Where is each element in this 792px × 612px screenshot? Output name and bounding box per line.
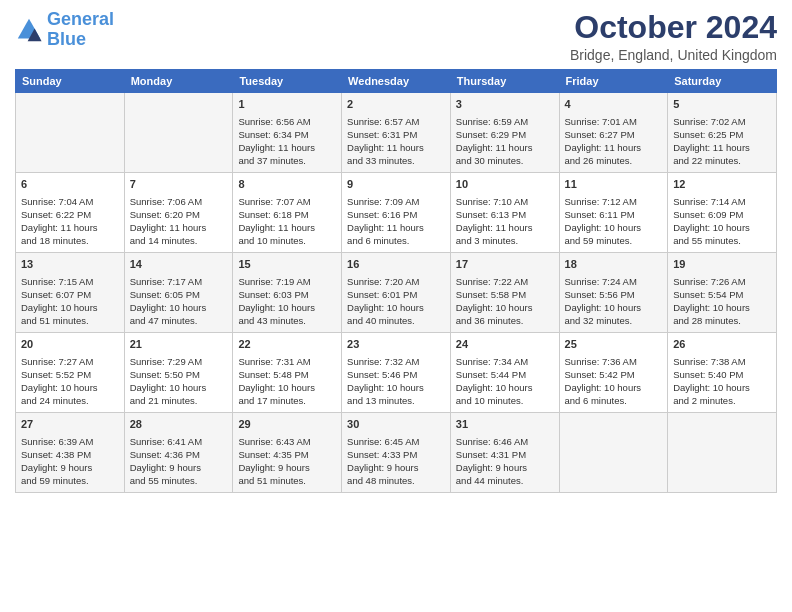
day-number: 14 bbox=[130, 257, 228, 272]
day-number: 16 bbox=[347, 257, 445, 272]
day-info: Sunrise: 6:41 AM bbox=[130, 435, 228, 448]
day-info: Sunset: 4:33 PM bbox=[347, 448, 445, 461]
title-block: October 2024 Bridge, England, United Kin… bbox=[570, 10, 777, 63]
day-info: and 33 minutes. bbox=[347, 154, 445, 167]
calendar-cell: 7Sunrise: 7:06 AMSunset: 6:20 PMDaylight… bbox=[124, 173, 233, 253]
calendar-cell: 4Sunrise: 7:01 AMSunset: 6:27 PMDaylight… bbox=[559, 93, 668, 173]
day-info: Daylight: 10 hours bbox=[130, 301, 228, 314]
day-info: Sunset: 5:50 PM bbox=[130, 368, 228, 381]
calendar-cell: 20Sunrise: 7:27 AMSunset: 5:52 PMDayligh… bbox=[16, 333, 125, 413]
day-info: Daylight: 10 hours bbox=[238, 301, 336, 314]
calendar-cell: 26Sunrise: 7:38 AMSunset: 5:40 PMDayligh… bbox=[668, 333, 777, 413]
day-info: Sunrise: 7:09 AM bbox=[347, 195, 445, 208]
day-number: 1 bbox=[238, 97, 336, 112]
day-info: Sunrise: 7:02 AM bbox=[673, 115, 771, 128]
calendar-week-1: 1Sunrise: 6:56 AMSunset: 6:34 PMDaylight… bbox=[16, 93, 777, 173]
calendar-week-2: 6Sunrise: 7:04 AMSunset: 6:22 PMDaylight… bbox=[16, 173, 777, 253]
day-info: and 10 minutes. bbox=[238, 234, 336, 247]
day-info: Sunrise: 7:24 AM bbox=[565, 275, 663, 288]
day-number: 6 bbox=[21, 177, 119, 192]
calendar-cell: 22Sunrise: 7:31 AMSunset: 5:48 PMDayligh… bbox=[233, 333, 342, 413]
day-info: Sunrise: 7:31 AM bbox=[238, 355, 336, 368]
calendar-cell: 25Sunrise: 7:36 AMSunset: 5:42 PMDayligh… bbox=[559, 333, 668, 413]
calendar-week-4: 20Sunrise: 7:27 AMSunset: 5:52 PMDayligh… bbox=[16, 333, 777, 413]
day-info: Sunrise: 7:22 AM bbox=[456, 275, 554, 288]
day-number: 26 bbox=[673, 337, 771, 352]
day-info: Daylight: 9 hours bbox=[238, 461, 336, 474]
day-info: Sunset: 4:31 PM bbox=[456, 448, 554, 461]
calendar-header: Sunday Monday Tuesday Wednesday Thursday… bbox=[16, 70, 777, 93]
day-number: 4 bbox=[565, 97, 663, 112]
day-info: Sunrise: 6:39 AM bbox=[21, 435, 119, 448]
day-info: Sunrise: 7:12 AM bbox=[565, 195, 663, 208]
day-number: 8 bbox=[238, 177, 336, 192]
day-info: Daylight: 10 hours bbox=[21, 301, 119, 314]
day-number: 29 bbox=[238, 417, 336, 432]
day-number: 3 bbox=[456, 97, 554, 112]
calendar-cell: 29Sunrise: 6:43 AMSunset: 4:35 PMDayligh… bbox=[233, 413, 342, 493]
logo-icon bbox=[15, 16, 43, 44]
day-number: 2 bbox=[347, 97, 445, 112]
day-info: Sunset: 6:27 PM bbox=[565, 128, 663, 141]
day-info: Sunrise: 7:27 AM bbox=[21, 355, 119, 368]
calendar-cell: 13Sunrise: 7:15 AMSunset: 6:07 PMDayligh… bbox=[16, 253, 125, 333]
day-info: Sunset: 5:56 PM bbox=[565, 288, 663, 301]
day-info: Sunrise: 6:43 AM bbox=[238, 435, 336, 448]
day-info: Daylight: 10 hours bbox=[673, 221, 771, 234]
logo: General Blue bbox=[15, 10, 114, 50]
day-info: Sunrise: 7:10 AM bbox=[456, 195, 554, 208]
day-number: 7 bbox=[130, 177, 228, 192]
day-info: Daylight: 11 hours bbox=[456, 141, 554, 154]
calendar-cell: 2Sunrise: 6:57 AMSunset: 6:31 PMDaylight… bbox=[342, 93, 451, 173]
day-info: Sunrise: 7:26 AM bbox=[673, 275, 771, 288]
day-info: Daylight: 10 hours bbox=[456, 301, 554, 314]
day-info: Sunset: 5:54 PM bbox=[673, 288, 771, 301]
day-info: and 59 minutes. bbox=[21, 474, 119, 487]
day-info: and 48 minutes. bbox=[347, 474, 445, 487]
calendar-week-3: 13Sunrise: 7:15 AMSunset: 6:07 PMDayligh… bbox=[16, 253, 777, 333]
day-number: 28 bbox=[130, 417, 228, 432]
day-number: 22 bbox=[238, 337, 336, 352]
logo-line2: Blue bbox=[47, 29, 86, 49]
day-info: Sunset: 5:42 PM bbox=[565, 368, 663, 381]
day-info: Sunset: 4:36 PM bbox=[130, 448, 228, 461]
day-info: and 47 minutes. bbox=[130, 314, 228, 327]
day-info: Sunset: 6:01 PM bbox=[347, 288, 445, 301]
day-info: Sunrise: 7:01 AM bbox=[565, 115, 663, 128]
day-info: Sunset: 6:09 PM bbox=[673, 208, 771, 221]
header-thursday: Thursday bbox=[450, 70, 559, 93]
day-info: Daylight: 10 hours bbox=[238, 381, 336, 394]
day-info: Daylight: 11 hours bbox=[130, 221, 228, 234]
day-number: 25 bbox=[565, 337, 663, 352]
day-info: Sunset: 4:35 PM bbox=[238, 448, 336, 461]
day-info: and 17 minutes. bbox=[238, 394, 336, 407]
day-number: 13 bbox=[21, 257, 119, 272]
day-info: Sunrise: 7:17 AM bbox=[130, 275, 228, 288]
day-number: 17 bbox=[456, 257, 554, 272]
day-info: Daylight: 11 hours bbox=[238, 141, 336, 154]
day-info: and 40 minutes. bbox=[347, 314, 445, 327]
day-info: Sunset: 5:48 PM bbox=[238, 368, 336, 381]
day-info: and 30 minutes. bbox=[456, 154, 554, 167]
day-info: Sunset: 5:46 PM bbox=[347, 368, 445, 381]
day-info: Sunrise: 7:29 AM bbox=[130, 355, 228, 368]
day-info: and 18 minutes. bbox=[21, 234, 119, 247]
day-info: and 44 minutes. bbox=[456, 474, 554, 487]
location: Bridge, England, United Kingdom bbox=[570, 47, 777, 63]
calendar-cell bbox=[16, 93, 125, 173]
day-info: Sunset: 6:16 PM bbox=[347, 208, 445, 221]
calendar-cell: 27Sunrise: 6:39 AMSunset: 4:38 PMDayligh… bbox=[16, 413, 125, 493]
calendar-cell: 30Sunrise: 6:45 AMSunset: 4:33 PMDayligh… bbox=[342, 413, 451, 493]
day-info: and 51 minutes. bbox=[238, 474, 336, 487]
calendar-cell bbox=[668, 413, 777, 493]
calendar-cell: 16Sunrise: 7:20 AMSunset: 6:01 PMDayligh… bbox=[342, 253, 451, 333]
header-saturday: Saturday bbox=[668, 70, 777, 93]
day-number: 31 bbox=[456, 417, 554, 432]
day-info: Daylight: 10 hours bbox=[21, 381, 119, 394]
day-info: Daylight: 11 hours bbox=[21, 221, 119, 234]
day-info: and 22 minutes. bbox=[673, 154, 771, 167]
day-number: 15 bbox=[238, 257, 336, 272]
calendar-cell: 31Sunrise: 6:46 AMSunset: 4:31 PMDayligh… bbox=[450, 413, 559, 493]
calendar-cell: 18Sunrise: 7:24 AMSunset: 5:56 PMDayligh… bbox=[559, 253, 668, 333]
day-info: and 36 minutes. bbox=[456, 314, 554, 327]
